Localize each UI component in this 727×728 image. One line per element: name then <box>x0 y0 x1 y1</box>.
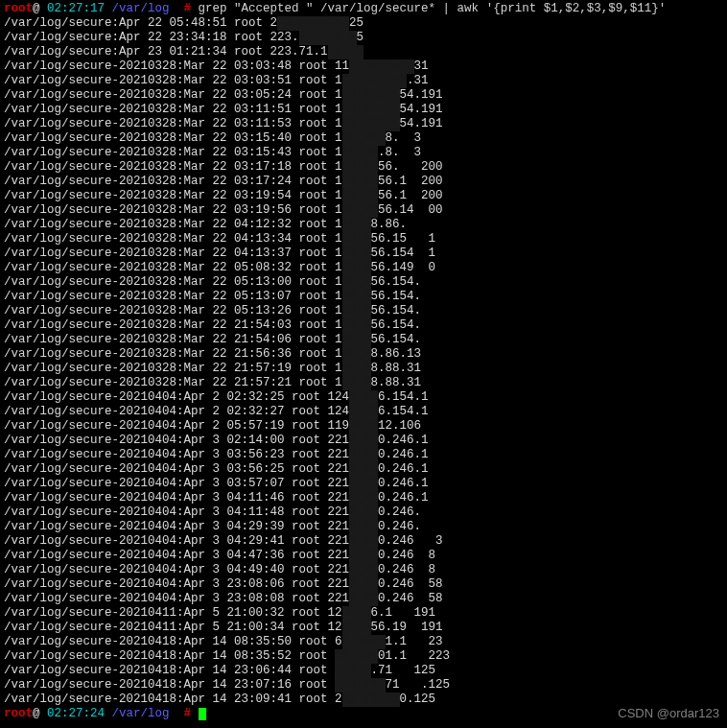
output-pre: /var/log/secure-20210328:Mar 22 05:13:07… <box>4 290 342 303</box>
output-post: 0.246. <box>378 520 421 533</box>
terminal-output: /var/log/secure:Apr 22 05:48:51 root 223… <box>4 16 723 707</box>
output-post: 56.154. <box>371 304 422 317</box>
output-pre: /var/log/secure-20210328:Mar 22 03:17:18… <box>4 160 342 174</box>
output-line: /var/log/secure-20210328:Mar 22 05:13:07… <box>4 290 723 304</box>
output-pre: /var/log/secure:Apr 22 05:48:51 root 2 <box>4 16 277 30</box>
redacted-segment: 19.2 <box>342 362 371 376</box>
redacted-segment: 20.2 <box>342 232 371 247</box>
output-line: /var/log/secure-20210328:Mar 22 21:54:03… <box>4 318 723 333</box>
redacted-segment: 20.23 <box>342 160 379 175</box>
output-post: 8.86.13 <box>371 347 422 361</box>
prompt-line-2: root@ 02:27:24 /var/log # <box>4 707 723 721</box>
redacted-segment: 28.8 <box>349 419 378 434</box>
output-pre: /var/log/secure-20210404:Apr 3 04:11:46 … <box>4 491 349 505</box>
redacted-segment: 23.71.176. <box>277 16 349 31</box>
redacted-segment: 20.2 <box>342 290 371 304</box>
output-line: /var/log/secure:Apr 23 01:21:34 root 223… <box>4 45 723 59</box>
output-post: 56.154 1 <box>371 247 436 260</box>
output-pre: /var/log/secure-20210411:Apr 5 21:00:34 … <box>4 621 342 634</box>
output-pre: /var/log/secure-20210404:Apr 3 04:47:36 … <box>4 549 349 562</box>
redacted-segment: 0.23 <box>349 462 378 477</box>
output-post: 56.154. <box>371 290 422 303</box>
output-post: 01.1 223 <box>378 649 450 663</box>
output-pre: /var/log/secure-20210328:Mar 22 03:03:51… <box>4 74 342 87</box>
output-line: /var/log/secure-20210404:Apr 3 04:29:39 … <box>4 520 723 534</box>
output-post: 0.246 8 <box>378 549 435 562</box>
redacted-segment: 0.23 <box>349 563 378 577</box>
redacted-segment: 0.23 <box>349 505 378 520</box>
command-text[interactable]: grep "Accepted " /var/log/secure* | awk … <box>199 2 667 15</box>
redacted-segment: 20.2 <box>342 247 371 261</box>
output-post: 0.246 3 <box>378 534 443 548</box>
output-pre: /var/log/secure-20210404:Apr 3 04:29:39 … <box>4 520 349 533</box>
output-pre: /var/log/secure-20210328:Mar 22 03:05:24… <box>4 88 342 102</box>
output-post: 1.1 23 <box>386 635 443 648</box>
output-pre: /var/log/secure-20210328:Mar 22 03:17:24… <box>4 175 342 188</box>
redacted-segment: 0.23 <box>342 606 371 621</box>
output-line: /var/log/secure-20210404:Apr 2 05:57:19 … <box>4 419 723 434</box>
cursor[interactable] <box>199 708 206 720</box>
output-pre: /var/log/secure-20210404:Apr 2 02:32:27 … <box>4 405 349 418</box>
output-pre: /var/log/secure-20210404:Apr 3 23:08:06 … <box>4 577 349 591</box>
output-pre: /var/log/secure:Apr 23 01:21:34 root 223… <box>4 45 328 59</box>
output-post: 31 <box>414 59 429 73</box>
output-line: /var/log/secure-20210404:Apr 3 03:57:07 … <box>4 477 723 491</box>
redacted-segment: 20.236.1 <box>342 117 400 131</box>
output-post: 12.106 <box>378 419 421 433</box>
redacted-segment: 20.2 <box>342 275 371 290</box>
output-pre: /var/log/secure-20210328:Mar 22 03:11:51… <box>4 103 342 116</box>
redacted-segment: 0.23 <box>349 520 378 534</box>
prompt-at: @ <box>33 707 40 720</box>
output-line: /var/log/secure-20210404:Apr 2 02:32:25 … <box>4 390 723 405</box>
output-post: 56.15 1 <box>371 232 436 246</box>
redacted-segment: 20.2 <box>342 318 371 333</box>
output-pre: /var/log/secure-20210328:Mar 22 21:54:03… <box>4 318 342 332</box>
redacted-segment: 20.236.1 <box>342 103 400 117</box>
output-line: /var/log/secure-20210328:Mar 22 21:57:21… <box>4 376 723 390</box>
prompt-user: root <box>4 2 33 15</box>
output-pre: /var/log/secure-20210328:Mar 22 03:15:43… <box>4 146 342 159</box>
output-pre: /var/log/secure-20210418:Apr 14 23:09:41… <box>4 693 342 706</box>
redacted-segment: 20.23 <box>342 189 379 203</box>
output-line: /var/log/secure-20210328:Mar 22 05:08:32… <box>4 261 723 275</box>
output-line: /var/log/secure-20210418:Apr 14 23:07:16… <box>4 678 723 693</box>
redacted-segment: 19.28 <box>342 146 379 160</box>
output-line: /var/log/secure-20210404:Apr 3 04:29:41 … <box>4 534 723 549</box>
output-line: /var/log/secure-20210411:Apr 5 21:00:34 … <box>4 621 723 635</box>
output-pre: /var/log/secure-20210328:Mar 22 05:08:32… <box>4 261 342 274</box>
output-line: /var/log/secure:Apr 22 23:34:18 root 223… <box>4 31 723 45</box>
redacted-segment: 19.28. <box>342 131 386 146</box>
output-line: /var/log/secure-20210404:Apr 3 03:56:25 … <box>4 462 723 477</box>
output-pre: /var/log/secure-20210328:Mar 22 21:57:21… <box>4 376 342 389</box>
redacted-segment: 0.23 <box>349 477 378 491</box>
redacted-segment: 23.71.17 <box>342 693 400 707</box>
prompt-hash: # <box>176 707 199 720</box>
output-pre: /var/log/secure-20210328:Mar 22 03:15:40… <box>4 131 342 145</box>
output-line: /var/log/secure-20210418:Apr 14 08:35:52… <box>4 649 723 664</box>
output-pre: /var/log/secure-20210411:Apr 5 21:00:32 … <box>4 606 342 620</box>
redacted-segment: 19.2 <box>342 218 371 232</box>
output-pre: /var/log/secure-20210404:Apr 2 02:32:25 … <box>4 390 349 404</box>
output-post: 0.246.1 <box>378 434 429 447</box>
output-pre: /var/log/secure-20210404:Apr 3 03:56:25 … <box>4 462 349 476</box>
redacted-segment: 0.23 <box>349 405 378 419</box>
prompt-hash: # <box>176 2 199 15</box>
output-line: /var/log/secure-20210404:Apr 2 02:32:27 … <box>4 405 723 419</box>
redacted-segment: 0.23 <box>349 434 378 448</box>
output-post: 54.191 <box>400 117 443 130</box>
output-pre: /var/log/secure-20210328:Mar 22 03:11:53… <box>4 117 342 130</box>
output-line: /var/log/secure:Apr 22 05:48:51 root 223… <box>4 16 723 31</box>
output-pre: /var/log/secure-20210328:Mar 22 21:56:36… <box>4 347 342 361</box>
redacted-segment: 0.23 <box>349 390 378 405</box>
output-line: /var/log/secure-20210404:Apr 3 03:56:23 … <box>4 448 723 462</box>
redacted-segment: 20.23 <box>342 175 379 189</box>
output-line: /var/log/secure-20210328:Mar 22 03:05:24… <box>4 88 723 103</box>
prompt-at: @ <box>33 2 40 15</box>
output-line: /var/log/secure-20210328:Mar 22 03:15:40… <box>4 131 723 146</box>
output-pre: /var/log/secure-20210328:Mar 22 03:03:48… <box>4 59 349 73</box>
output-post: 6.1 191 <box>371 606 436 620</box>
output-pre: /var/log/secure-20210404:Apr 2 05:57:19 … <box>4 419 349 433</box>
redacted-segment: 0.23 <box>342 621 371 635</box>
prompt-user: root <box>4 707 33 720</box>
output-line: /var/log/secure-20210328:Mar 22 03:19:56… <box>4 203 723 218</box>
